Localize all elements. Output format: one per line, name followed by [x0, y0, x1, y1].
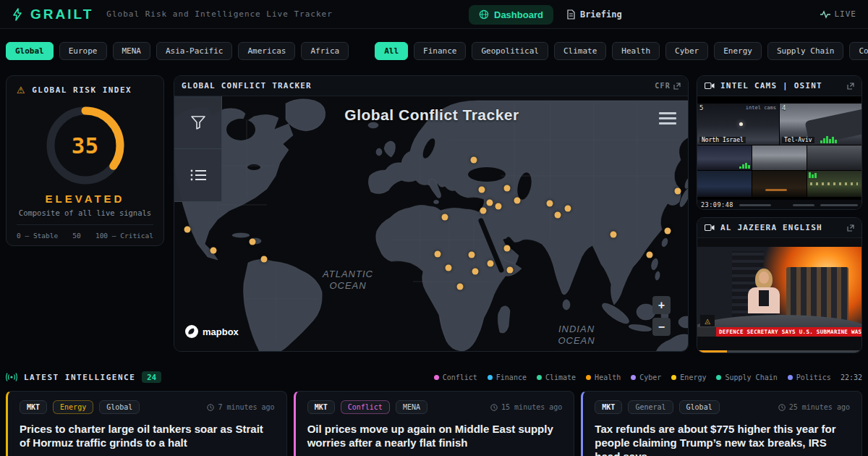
- document-icon: [566, 9, 575, 20]
- map-hotspot[interactable]: [647, 252, 653, 258]
- cams-video-feed[interactable]: 5 intel cams North Israel 4 Tel-Aviv: [697, 96, 861, 210]
- map-hotspot[interactable]: [610, 232, 617, 238]
- region-chip-europe[interactable]: Europe: [59, 42, 107, 60]
- category-chip-all[interactable]: All: [375, 42, 408, 60]
- legend-dot: [488, 375, 493, 380]
- filter-bar: GlobalEuropeMENAAsia-PacificAmericasAfri…: [6, 40, 862, 62]
- category-chip-supply-chain[interactable]: Supply Chain: [767, 42, 843, 60]
- map-hotspot[interactable]: [565, 206, 571, 212]
- category-chip-conflict[interactable]: Conflict: [849, 42, 868, 60]
- app-logo: GRAILT Global Risk and Intelligence Live…: [12, 7, 333, 22]
- map-hotspot[interactable]: [471, 157, 477, 164]
- clock-icon: [490, 404, 498, 411]
- map-hotspot[interactable]: [469, 252, 475, 258]
- category-chip-finance[interactable]: Finance: [414, 42, 466, 60]
- map-hotspot[interactable]: [184, 227, 191, 233]
- region-chip-global[interactable]: Global: [6, 42, 54, 60]
- region-chip-asia-pacific[interactable]: Asia-Pacific: [156, 42, 232, 60]
- risk-gauge: 35: [43, 103, 128, 188]
- map-hotspot[interactable]: [495, 203, 502, 210]
- mapbox-icon: [184, 324, 199, 339]
- globe-icon: [479, 9, 489, 20]
- map-hotspot[interactable]: [472, 269, 479, 275]
- legend-label: Supply Chain: [725, 373, 777, 381]
- svg-text:OCEAN: OCEAN: [558, 335, 595, 346]
- map-hotspot[interactable]: [504, 245, 511, 252]
- nav-briefing[interactable]: Briefing: [566, 9, 622, 20]
- tag-chip-mena: MENA: [396, 400, 427, 414]
- map-list-button[interactable]: [174, 148, 222, 200]
- legend-label: Cyber: [639, 373, 661, 381]
- region-chip-americas[interactable]: Americas: [238, 42, 295, 60]
- map-hotspot[interactable]: [210, 248, 217, 254]
- intel-card-1[interactable]: MKTConflictMENA15 minutes agoOil prices …: [294, 391, 575, 456]
- legend-dot: [631, 375, 636, 380]
- map-zoom-out-button[interactable]: −: [652, 318, 671, 336]
- map-hotspot[interactable]: [480, 208, 487, 214]
- aljazeera-video[interactable]: ◬ DEFENCE SECRETARY SAYS U.S. SUBMARINE …: [697, 238, 861, 353]
- funnel-icon: [190, 114, 207, 131]
- category-chip-energy[interactable]: Energy: [714, 42, 762, 60]
- map-panel-title: GLOBAL CONFLICT TRACKER: [182, 81, 312, 90]
- map-hotspot[interactable]: [479, 187, 485, 193]
- global-risk-index-panel: ⚠ GLOBAL RISK INDEX 35 ELEVATED Composit…: [6, 75, 164, 246]
- intel-card-0[interactable]: MKTEnergyGlobal7 minutes agoPrices to ch…: [6, 391, 287, 456]
- risk-scale-min: 0 — Stable: [17, 232, 58, 240]
- category-legend: ConflictFinanceClimateHealthCyberEnergyS…: [434, 373, 831, 381]
- legend-label: Politics: [796, 373, 831, 381]
- external-link-icon[interactable]: [847, 83, 854, 90]
- map-hotspot[interactable]: [446, 265, 452, 271]
- intel-card-2[interactable]: MKTGeneralGlobal25 minutes agoTax refund…: [581, 391, 862, 456]
- category-chip-climate[interactable]: Climate: [554, 42, 606, 60]
- cfr-source-link[interactable]: CFR: [655, 82, 681, 90]
- legend-dot: [788, 375, 793, 380]
- map-hotspot[interactable]: [514, 198, 521, 204]
- category-chip-cyber[interactable]: Cyber: [665, 42, 708, 60]
- map-hotspot[interactable]: [442, 214, 448, 221]
- card-timestamp: 15 minutes ago: [490, 403, 562, 411]
- legend-item-conflict: Conflict: [434, 373, 477, 381]
- main-nav: Dashboard Briefing: [469, 0, 622, 29]
- world-map[interactable]: ATLANTIC OCEAN INDIAN OCEAN Global Confl…: [174, 96, 689, 352]
- tag-chip-global: Global: [679, 400, 720, 414]
- external-link-icon[interactable]: [847, 224, 854, 232]
- map-hotspot[interactable]: [665, 228, 671, 235]
- map-hotspot[interactable]: [457, 284, 464, 290]
- map-menu-button[interactable]: [659, 109, 676, 127]
- news-anchor: [759, 271, 769, 284]
- map-hotspot[interactable]: [675, 188, 681, 195]
- mapbox-logo[interactable]: mapbox: [184, 324, 239, 339]
- risk-scale-max: 100 — Critical: [95, 232, 153, 240]
- map-hotspot[interactable]: [488, 261, 494, 267]
- clock-time: 22:32: [841, 373, 862, 381]
- region-chip-africa[interactable]: Africa: [301, 42, 349, 60]
- cams-timestamp: 23:09:48: [701, 201, 733, 208]
- video-progress-bar[interactable]: [697, 350, 861, 353]
- legend-label: Conflict: [443, 373, 477, 381]
- map-filter-button[interactable]: [174, 96, 222, 148]
- aljazeera-logo: ◬: [700, 315, 715, 326]
- card-tag-row: MKTEnergyGlobal7 minutes ago: [20, 400, 275, 414]
- map-hotspot[interactable]: [504, 185, 511, 192]
- map-hotspot[interactable]: [261, 256, 268, 263]
- nav-dashboard[interactable]: Dashboard: [469, 5, 553, 25]
- map-hotspot[interactable]: [487, 200, 493, 206]
- intel-cams-panel: INTEL CAMS | OSINT 5 intel cams North Is…: [697, 75, 862, 210]
- card-tag-row: MKTGeneralGlobal25 minutes ago: [595, 400, 850, 414]
- map-hotspot[interactable]: [435, 251, 441, 258]
- category-chip-health[interactable]: Health: [612, 42, 660, 60]
- risk-value: 35: [43, 103, 128, 188]
- region-chip-mena[interactable]: MENA: [113, 42, 151, 60]
- legend-dot: [586, 375, 591, 380]
- card-headline: Prices to charter large oil tankers soar…: [20, 422, 275, 449]
- map-zoom-in-button[interactable]: +: [652, 296, 671, 314]
- category-chip-geopolitical[interactable]: Geopolitical: [472, 42, 548, 60]
- map-hotspot[interactable]: [555, 212, 561, 219]
- legend-dot: [434, 375, 439, 380]
- map-hotspot[interactable]: [547, 200, 553, 207]
- top-bar: GRAILT Global Risk and Intelligence Live…: [0, 0, 868, 29]
- cam1-id: 5: [699, 104, 703, 111]
- map-hotspot[interactable]: [250, 239, 256, 245]
- risk-panel-header: ⚠ GLOBAL RISK INDEX: [17, 85, 153, 96]
- map-hotspot[interactable]: [507, 267, 514, 274]
